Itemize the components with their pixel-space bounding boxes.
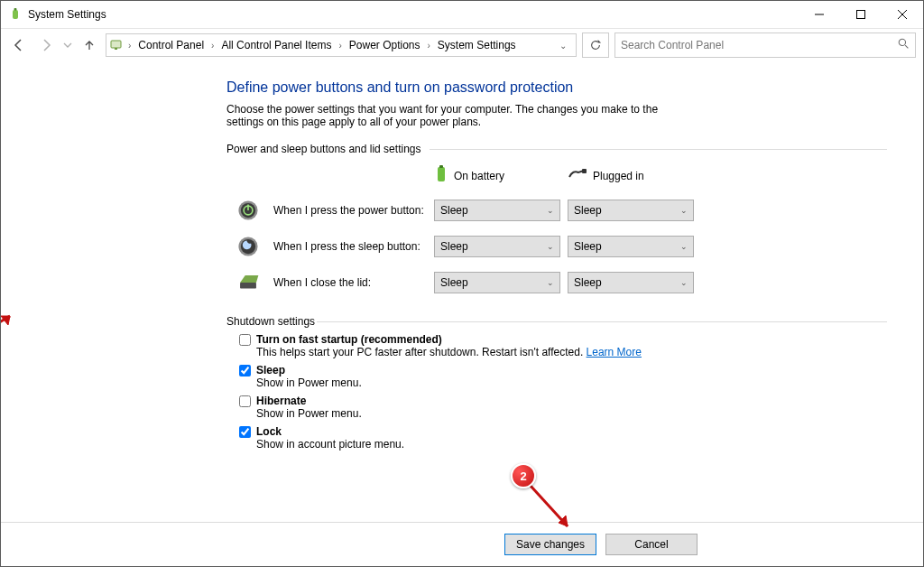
fast-startup-checkbox[interactable] (239, 334, 251, 346)
cancel-button[interactable]: Cancel (605, 534, 698, 555)
footer: Save changes Cancel (1, 522, 923, 566)
shutdown-item-hibernate: Hibernate Show in Power menu. (239, 395, 887, 420)
power-grid: On battery Plugged in When I press the p… (236, 164, 887, 295)
shutdown-item-lock: Lock Show in account picture menu. (239, 425, 887, 451)
window-controls (799, 1, 923, 28)
page-subtext: Choose the power settings that you want … (226, 103, 696, 128)
chevron-down-icon: ⌄ (680, 242, 688, 251)
address-bar[interactable]: › Control Panel › All Control Panel Item… (106, 33, 577, 57)
close-button[interactable] (882, 1, 923, 28)
maximize-button[interactable] (840, 1, 882, 28)
window: System Settings (0, 0, 924, 567)
power-group-label: Power and sleep buttons and lid settings (226, 143, 887, 155)
sleep-plugged-dropdown[interactable]: Sleep⌄ (568, 236, 694, 257)
row-label: When I press the power button: (273, 204, 427, 217)
svg-rect-0 (13, 10, 18, 19)
content: Define power buttons and turn on passwor… (1, 61, 923, 566)
chevron-right-icon[interactable]: › (337, 41, 343, 51)
breadcrumb[interactable]: System Settings (434, 39, 520, 51)
control-panel-icon (110, 38, 125, 52)
svg-point-8 (899, 39, 905, 45)
svg-rect-12 (582, 169, 587, 173)
forward-button[interactable] (35, 34, 57, 56)
hibernate-checkbox[interactable] (239, 395, 251, 407)
app-icon (8, 7, 23, 22)
lock-checkbox[interactable] (239, 426, 251, 438)
chevron-down-icon[interactable]: ⌄ (559, 41, 572, 51)
svg-rect-6 (111, 41, 121, 48)
shutdown-list: Turn on fast startup (recommended) This … (239, 333, 887, 451)
svg-rect-11 (439, 165, 443, 168)
column-plugged: Plugged in (568, 168, 694, 183)
breadcrumb[interactable]: All Control Panel Items (217, 39, 335, 51)
breadcrumb[interactable]: Power Options (346, 39, 424, 51)
up-button[interactable] (79, 34, 100, 56)
chevron-right-icon[interactable]: › (126, 41, 133, 51)
learn-more-link[interactable]: Learn More (587, 346, 642, 358)
search-input[interactable]: Search Control Panel (614, 33, 916, 58)
chevron-down-icon: ⌄ (547, 278, 554, 287)
navbar: › Control Panel › All Control Panel Item… (1, 29, 923, 61)
power-plugged-dropdown[interactable]: Sleep⌄ (568, 200, 694, 221)
sleep-button-icon (236, 234, 261, 259)
plug-icon (568, 168, 587, 183)
svg-rect-19 (240, 283, 256, 289)
search-placeholder: Search Control Panel (621, 39, 898, 51)
chevron-down-icon: ⌄ (680, 206, 688, 215)
power-button-icon (236, 198, 261, 223)
chevron-down-icon: ⌄ (547, 242, 554, 251)
titlebar: System Settings (1, 1, 923, 29)
shutdown-group-label: Shutdown settings (226, 315, 887, 328)
chevron-right-icon[interactable]: › (209, 41, 216, 51)
battery-icon (434, 164, 448, 187)
page-title: Define power buttons and turn on passwor… (226, 79, 887, 96)
breadcrumb[interactable]: Control Panel (134, 39, 208, 51)
lid-battery-dropdown[interactable]: Sleep⌄ (434, 272, 560, 293)
search-icon (898, 38, 910, 52)
sleep-checkbox[interactable] (239, 365, 251, 376)
window-title: System Settings (28, 8, 106, 21)
chevron-down-icon: ⌄ (680, 278, 688, 287)
recent-chevron-icon[interactable] (62, 34, 73, 56)
refresh-button[interactable] (582, 33, 609, 58)
svg-rect-3 (857, 11, 865, 19)
sleep-battery-dropdown[interactable]: Sleep⌄ (434, 236, 560, 257)
chevron-down-icon: ⌄ (547, 206, 554, 215)
laptop-lid-icon (236, 270, 261, 295)
annotation-arrow-1 (1, 311, 21, 341)
row-label: When I close the lid: (273, 276, 427, 289)
svg-line-9 (905, 45, 908, 48)
svg-rect-10 (438, 167, 445, 181)
row-label: When I press the sleep button: (273, 240, 427, 253)
column-battery: On battery (434, 164, 560, 187)
shutdown-item-fast-startup: Turn on fast startup (recommended) This … (239, 333, 887, 358)
annotation-badge-2: 2 (511, 463, 536, 488)
minimize-button[interactable] (799, 1, 840, 28)
back-button[interactable] (8, 34, 30, 56)
power-battery-dropdown[interactable]: Sleep⌄ (434, 200, 560, 221)
chevron-right-icon[interactable]: › (426, 41, 432, 51)
lid-plugged-dropdown[interactable]: Sleep⌄ (568, 272, 694, 293)
shutdown-item-sleep: Sleep Show in Power menu. (239, 364, 887, 389)
svg-rect-1 (14, 8, 17, 11)
svg-rect-7 (115, 48, 117, 50)
annotation-arrow-2 (526, 479, 580, 537)
